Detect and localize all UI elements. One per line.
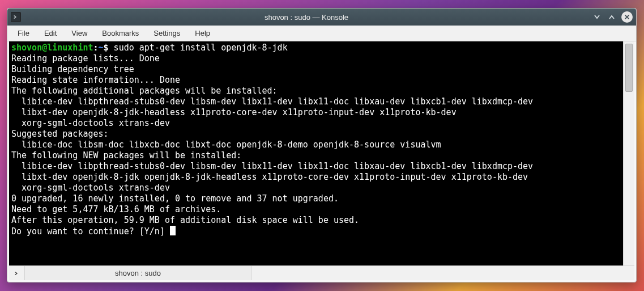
terminal-line: libice-doc libsm-doc libxcb-doc libxt-do… bbox=[11, 140, 441, 150]
terminal-line: Building dependency tree bbox=[11, 64, 170, 74]
menu-view[interactable]: View bbox=[65, 27, 95, 40]
terminal-line: The following additional packages will b… bbox=[11, 86, 278, 96]
window-title: shovon : sudo — Konsole bbox=[21, 13, 592, 22]
terminal-line: libice-dev libpthread-stubs0-dev libsm-d… bbox=[11, 96, 533, 107]
titlebar[interactable]: shovon : sudo — Konsole bbox=[7, 9, 636, 26]
menu-settings[interactable]: Settings bbox=[147, 27, 188, 40]
terminal[interactable]: shovon@linuxhint:~$ sudo apt-get install… bbox=[9, 41, 623, 265]
app-icon bbox=[11, 12, 21, 22]
terminal-line: The following NEW packages will be insta… bbox=[11, 150, 241, 161]
terminal-line: libxt-dev openjdk-8-jdk-headless x11prot… bbox=[11, 107, 457, 117]
minimize-button[interactable] bbox=[592, 12, 602, 22]
shell-command: sudo apt-get install openjdk-8-jdk bbox=[109, 43, 288, 53]
terminal-line: libxt-dev openjdk-8-jdk openjdk-8-jdk-he… bbox=[11, 172, 528, 182]
terminal-line: Need to get 5,477 kB/13.6 MB of archives… bbox=[11, 204, 221, 214]
terminal-line: Reading state information... Done bbox=[11, 75, 180, 85]
tabbar: shovon : sudo bbox=[9, 265, 634, 280]
konsole-window: shovon : sudo — Konsole File Edit View B… bbox=[7, 8, 637, 282]
prompt-user-host: shovon@linuxhint bbox=[11, 43, 93, 53]
tabbar-spacer bbox=[251, 266, 634, 280]
terminal-line: Reading package lists... Done bbox=[11, 53, 160, 64]
terminal-line: After this operation, 59.9 MB of additio… bbox=[11, 215, 359, 225]
tab-label: shovon : sudo bbox=[115, 269, 161, 277]
menu-bookmarks[interactable]: Bookmarks bbox=[95, 27, 147, 40]
prompt-dollar: $ bbox=[104, 43, 109, 53]
prompt-colon: : bbox=[93, 43, 99, 53]
terminal-line: Suggested packages: bbox=[11, 129, 109, 139]
terminal-line: libice-dev libpthread-stubs0-dev libsm-d… bbox=[11, 161, 533, 171]
prompt-path: ~ bbox=[99, 43, 104, 53]
cursor-icon bbox=[170, 226, 176, 235]
maximize-button[interactable] bbox=[607, 12, 617, 22]
scrollbar-thumb[interactable] bbox=[625, 44, 633, 92]
scrollbar[interactable] bbox=[623, 41, 634, 265]
close-button[interactable] bbox=[621, 11, 633, 23]
menubar: File Edit View Bookmarks Settings Help bbox=[7, 26, 636, 41]
terminal-line: xorg-sgml-doctools xtrans-dev bbox=[11, 118, 170, 128]
tab-active[interactable]: shovon : sudo bbox=[25, 266, 251, 280]
menu-edit[interactable]: Edit bbox=[37, 27, 65, 40]
menu-file[interactable]: File bbox=[11, 27, 37, 40]
terminal-line: 0 upgraded, 16 newly installed, 0 to rem… bbox=[11, 193, 339, 204]
new-tab-button[interactable] bbox=[9, 266, 25, 280]
terminal-line-prompt: Do you want to continue? [Y/n] bbox=[11, 226, 170, 237]
terminal-line: xorg-sgml-doctools xtrans-dev bbox=[11, 183, 170, 193]
menu-help[interactable]: Help bbox=[188, 27, 218, 40]
terminal-container: shovon@linuxhint:~$ sudo apt-get install… bbox=[7, 41, 636, 282]
